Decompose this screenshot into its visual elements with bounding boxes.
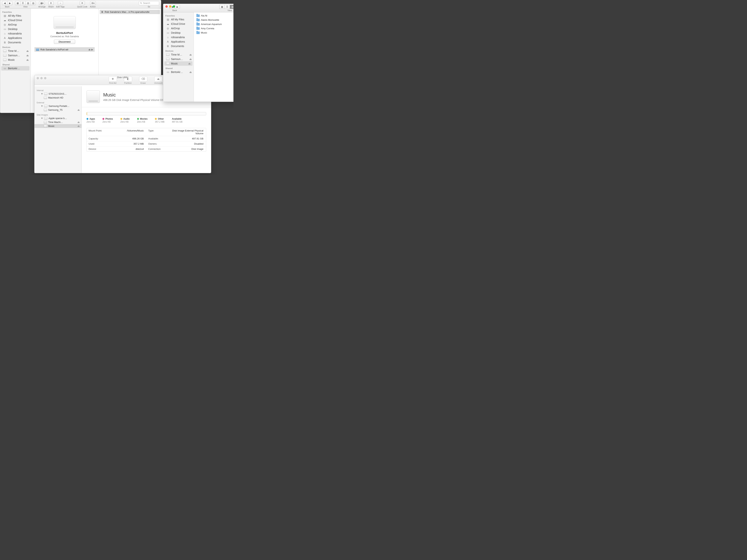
disk-icon [44,105,47,107]
file-row-sparsebundle[interactable]: 🗎 Rob Sanabria's Mac…k Pro.sparsebundle [100,10,160,14]
view-switcher[interactable]: ▦ ☰ ▥ ▤ [15,1,36,5]
legend-dot-icon [102,118,104,120]
icon-view-button[interactable]: ▦ [15,1,20,5]
nav-back-forward: ◀ ▶ [2,1,12,5]
sidebar-item-samsung[interactable]: Samsun…⏏ [163,57,194,61]
list-view-button[interactable]: ☰ [20,1,25,5]
minimize-button[interactable] [169,5,171,7]
folder-row[interactable]: Amy Correia [195,26,233,31]
close-button[interactable] [165,5,168,7]
list-view-button[interactable]: ☰ [225,5,230,9]
legend-item: AudioZero KB [121,117,130,123]
eject-icon[interactable]: ⏏ [26,54,29,57]
shared-heading: Shared [0,62,31,66]
tags-button[interactable]: ○ [58,1,63,5]
search-input[interactable]: Search [139,1,159,5]
eject-icon[interactable]: ⏏ [188,62,191,65]
share-title: BertoAirPort [56,31,73,34]
coverflow-view-button[interactable]: ▤ [31,1,36,5]
eject-icon[interactable]: ⏏ [189,58,192,60]
volume-icon [44,97,47,99]
eject-icon[interactable]: ⏏ [88,48,91,51]
icon-view-button[interactable]: ▦ [220,5,225,9]
sidebar-item-desktop[interactable]: ▭Desktop [163,31,194,35]
folder-row[interactable]: American Aquarium [195,22,233,26]
sidebar-item-documents[interactable]: 🗎Documents [163,44,194,48]
eject-icon[interactable]: ⏏ [189,53,192,56]
forward-button[interactable]: ▶ [175,5,180,9]
disconnect-button[interactable]: Disconnect [54,39,75,44]
sidebar-item-desktop[interactable]: ▭Desktop [0,27,31,31]
eject-icon[interactable]: ⏏ [189,71,192,74]
sidebar-item-airdrop[interactable]: ◎AirDrop [0,22,31,27]
du-vol-time-machine[interactable]: Time Machi…⏏ [34,120,81,124]
disk-icon [44,92,47,95]
drive-icon [3,58,6,61]
property-row: Used:357.2 MBOwners:Disabled [87,141,206,146]
disclosure-triangle-icon[interactable]: ▼ [41,117,43,119]
du-disk-internal[interactable]: ▼ST9250315AS… [34,92,81,96]
disk-images-heading: Disk Images [34,112,81,116]
folder-row[interactable]: Ala.Ni [195,14,233,18]
disclosure-triangle-icon[interactable]: ▼ [41,105,43,107]
sidebar-item-time-machine[interactable]: Time M…⏏ [0,49,31,53]
sidebar-item-airdrop[interactable]: ◎AirDrop [163,26,194,31]
folder-row[interactable]: Alanis Morissette [195,18,233,22]
back-button[interactable]: ◀ [2,1,7,5]
share-button[interactable]: ⬆ [48,1,54,5]
du-disk-samsung[interactable]: ▼Samsung Portabl… [34,104,81,108]
eject-icon[interactable]: ⏏ [77,108,80,111]
column-view-button[interactable]: ▥ [25,1,31,5]
sidebar-item-all-my-files[interactable]: ▤All My Files [163,17,194,22]
documents-icon: 🗎 [166,45,170,48]
du-vol-samsung-t5[interactable]: Samsung_T5⏏ [34,108,81,112]
du-vol-music[interactable]: Music⏏ [34,124,81,128]
disclosure-triangle-icon[interactable]: ▼ [41,92,43,95]
sidebar-item-music[interactable]: Music⏏ [0,58,31,62]
sidebar-item-home[interactable]: ⌂robsanabria [163,35,194,39]
forward-button[interactable]: ▶ [7,1,12,5]
column-view-button[interactable]: ▥ [230,5,233,9]
du-vol-macintosh-hd[interactable]: Macintosh HD [34,96,81,100]
zoom-button[interactable] [173,5,175,7]
sidebar-item-icloud[interactable]: ☁iCloud Drive [0,18,31,22]
sidebar-item-all-my-files[interactable]: ▤All My Files [0,14,31,18]
sidebar-item-documents[interactable]: 🗎Documents [0,40,31,45]
sidebar-item-icloud[interactable]: ☁iCloud Drive [163,22,194,26]
drive-icon [166,58,170,60]
property-row: Device:disk1s4Connection:Disk Image [87,146,206,152]
sidebar-item-bertoairport[interactable]: ▭BertoAir…⏏ [163,70,194,74]
arrange-button[interactable]: ▦▾ [39,1,45,5]
legend-dot-icon [155,118,157,120]
all-files-icon: ▤ [3,14,6,18]
eject-icon[interactable]: ⏏ [26,58,29,61]
folder-row[interactable]: Music [195,31,233,35]
sidebar-item-applications[interactable]: AApplications [163,39,194,44]
sidebar-item-applications[interactable]: AApplications [0,36,31,40]
property-row: Capacity:498.26 GBAvailable:497.91 GB [87,136,206,141]
eject-icon[interactable]: ⏏ [77,121,80,124]
share-connected-as: Connected as: Rob Sanabria [50,35,79,38]
volume-icon [44,109,47,111]
file-column: Ala.NiAlanis MorissetteAmerican Aquarium… [194,12,233,102]
sidebar-item-music[interactable]: Music⏏ [164,61,192,66]
quicklook-button[interactable]: 👁 [80,1,85,5]
sidebar-item-bertoairport[interactable]: ▭BertoAir… [1,66,29,71]
property-row: Mount Point:/Volumes/MusicType:Disk Imag… [87,128,206,136]
shared-volume-row[interactable]: Rob Sanabria's AirPort wir ⏏▶ [34,47,95,52]
sidebar: Favorites ▤All My Files ☁iCloud Drive ◎A… [0,9,31,113]
du-disk-sparse[interactable]: ▼Apple sparse b… [34,116,81,120]
view-switcher[interactable]: ▦ ☰ ▥ ▤ [220,5,233,9]
sidebar-item-home[interactable]: ⌂robsanabria [0,31,31,36]
eject-icon[interactable]: ⏏ [77,125,80,127]
big-volume-icon [86,90,100,103]
drive-icon [3,49,6,53]
eject-icon[interactable]: ⏏ [26,49,29,52]
folder-icon [197,19,200,21]
sidebar-item-time-machine[interactable]: Time M…⏏ [163,52,194,57]
legend-item: AppsZero KB [86,117,95,123]
sidebar-item-samsung[interactable]: Samsun…⏏ [0,53,31,58]
drive-icon [166,53,170,56]
action-button[interactable]: ⚙▾ [90,1,96,5]
internal-heading: Internal [34,87,81,92]
